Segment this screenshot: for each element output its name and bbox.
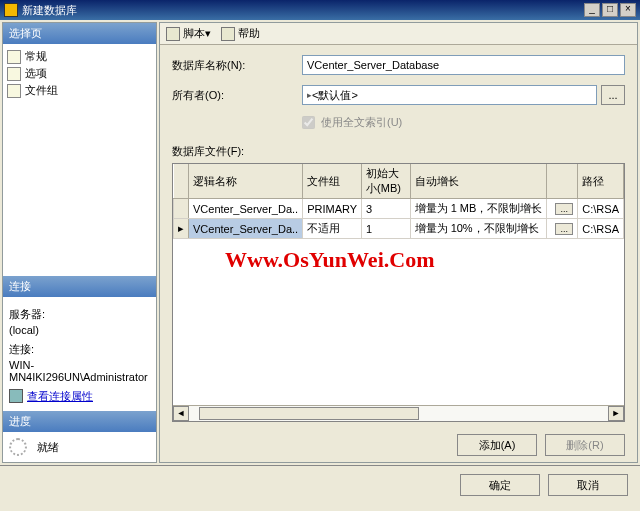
db-name-label: 数据库名称(N):: [172, 58, 302, 73]
page-icon: [7, 50, 21, 64]
content-pane: 脚本 ▾ 帮助 数据库名称(N): 所有者(O): ▸<默认值> ... 使用全…: [159, 22, 638, 463]
close-button[interactable]: ×: [620, 3, 636, 17]
scroll-right-icon[interactable]: ►: [608, 406, 624, 421]
owner-input[interactable]: ▸<默认值>: [302, 85, 597, 105]
view-connection-props-link[interactable]: 查看连接属性: [9, 389, 93, 404]
col-autogrowth[interactable]: 自动增长: [410, 164, 547, 199]
owner-browse-button[interactable]: ...: [601, 85, 625, 105]
titlebar: 新建数据库 _ □ ×: [0, 0, 640, 20]
server-label: 服务器:: [9, 307, 150, 322]
connection-label: 连接:: [9, 342, 150, 357]
table-row[interactable]: ▸ VCenter_Server_Da.. 不适用 1 增量为 10%，不限制增…: [174, 219, 624, 239]
files-label: 数据库文件(F):: [172, 144, 625, 159]
server-value: (local): [9, 324, 150, 336]
fulltext-checkbox: 使用全文索引(U): [302, 115, 625, 130]
window-title: 新建数据库: [22, 3, 582, 18]
sidebar-item-options[interactable]: 选项: [7, 65, 152, 82]
add-button[interactable]: 添加(A): [457, 434, 537, 456]
col-logical-name[interactable]: 逻辑名称: [189, 164, 303, 199]
script-icon: [166, 27, 180, 41]
cancel-button[interactable]: 取消: [548, 474, 628, 496]
db-icon: [4, 3, 18, 17]
props-icon: [9, 389, 23, 403]
script-button[interactable]: 脚本 ▾: [166, 26, 211, 41]
owner-label: 所有者(O):: [172, 88, 302, 103]
sidebar-item-general[interactable]: 常规: [7, 48, 152, 65]
autogrowth-browse-button[interactable]: ...: [555, 203, 573, 215]
autogrowth-browse-button[interactable]: ...: [555, 223, 573, 235]
connection-value: WIN-MN4IKI296UN\Administrator: [9, 359, 150, 383]
help-button[interactable]: 帮助: [221, 26, 260, 41]
maximize-button[interactable]: □: [602, 3, 618, 17]
spinner-icon: [9, 438, 27, 456]
files-grid[interactable]: 逻辑名称 文件组 初始大小(MB) 自动增长 路径 VCenter_Server…: [172, 163, 625, 422]
progress-header: 进度: [3, 411, 156, 432]
db-name-input[interactable]: [302, 55, 625, 75]
col-path[interactable]: 路径: [578, 164, 624, 199]
status-text: 就绪: [37, 440, 59, 455]
sidebar: 选择页 常规 选项 文件组 连接 服务器: (local) 连接: WIN-MN…: [2, 22, 157, 463]
select-pages-header: 选择页: [3, 23, 156, 44]
help-icon: [221, 27, 235, 41]
minimize-button[interactable]: _: [584, 3, 600, 17]
page-icon: [7, 67, 21, 81]
connection-header: 连接: [3, 276, 156, 297]
page-icon: [7, 84, 21, 98]
remove-button: 删除(R): [545, 434, 625, 456]
col-filegroup[interactable]: 文件组: [303, 164, 362, 199]
ok-button[interactable]: 确定: [460, 474, 540, 496]
sidebar-item-filegroups[interactable]: 文件组: [7, 82, 152, 99]
scroll-left-icon[interactable]: ◄: [173, 406, 189, 421]
table-row[interactable]: VCenter_Server_Da.. PRIMARY 3 增量为 1 MB，不…: [174, 199, 624, 219]
scroll-thumb[interactable]: [199, 407, 419, 420]
horizontal-scrollbar[interactable]: ◄ ►: [173, 405, 624, 421]
col-initial-size[interactable]: 初始大小(MB): [362, 164, 410, 199]
